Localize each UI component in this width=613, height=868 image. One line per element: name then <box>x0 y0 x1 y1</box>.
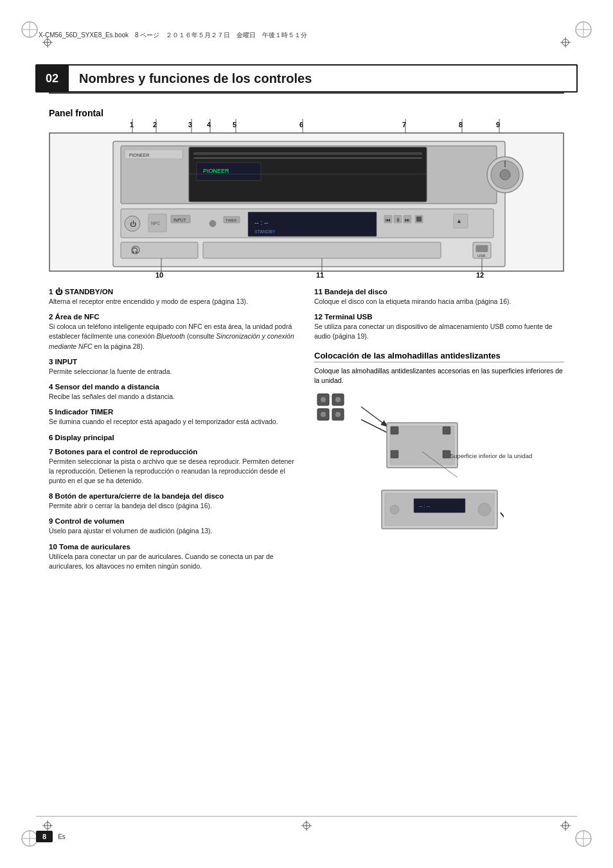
item-1-body: Alterna el receptor entre encendido y mo… <box>49 297 299 306</box>
item-7-title: 7 Botones para el control de reproducció… <box>49 448 299 456</box>
item-1-title: 1 ⏻ STANDBY/ON <box>49 288 299 296</box>
crosshair-br <box>560 820 571 831</box>
item-5-body: Se ilumina cuando el receptor está apaga… <box>49 417 299 427</box>
svg-point-82 <box>335 412 341 417</box>
surface-label: Superficie inferior de la unidad <box>450 452 532 460</box>
svg-text:-- : --: -- : -- <box>419 503 431 509</box>
rubber-pads-svg <box>314 391 350 426</box>
item-12: 12 Terminal USB Se utiliza para conectar… <box>314 313 564 341</box>
svg-text:STANDBY: STANDBY <box>254 229 276 234</box>
placement-front-svg: -- : -- <box>375 487 504 538</box>
item-3: 3 INPUT Permite seleccionar la fuente de… <box>49 358 299 376</box>
item-3-body: Permite seleccionar la fuente de entrada… <box>49 367 299 376</box>
item-2: 2 Área de NFC Si coloca un teléfono inte… <box>49 313 299 351</box>
item-9: 9 Control de volumen Úselo para ajustar … <box>49 517 299 536</box>
svg-text:🎧: 🎧 <box>131 247 139 254</box>
left-column: 1 ⏻ STANDBY/ON Alterna el receptor entre… <box>49 288 299 578</box>
corner-tl <box>19 19 40 40</box>
item-12-title: 12 Terminal USB <box>314 313 564 321</box>
svg-rect-87 <box>391 427 398 434</box>
svg-text:⏻: ⏻ <box>130 220 136 227</box>
item-10-title: 10 Toma de auriculares <box>49 543 299 551</box>
svg-rect-89 <box>391 450 398 458</box>
placement-device-front: -- : -- <box>314 487 564 538</box>
page-lang: Es <box>58 833 66 840</box>
footer-divider <box>36 816 577 817</box>
item-2-title: 2 Área de NFC <box>49 313 299 321</box>
page-footer: 8 Es <box>36 831 577 842</box>
item-8: 8 Botón de apertura/cierre de la bandeja… <box>49 492 299 511</box>
svg-text:⏸: ⏸ <box>395 217 400 223</box>
item-11-body: Coloque el disco con la etiqueta mirando… <box>314 297 564 306</box>
crosshair-bl <box>42 820 53 831</box>
callout-12: 12 <box>476 271 484 279</box>
placement-body: Coloque las almohadillas antideslizantes… <box>314 366 564 385</box>
section-title: Nombres y funciones de los controles <box>79 71 312 86</box>
item-8-title: 8 Botón de apertura/cierre de la bandeja… <box>49 492 299 500</box>
item-4-body: Recibe las señales del mando a distancia… <box>49 392 299 402</box>
svg-text:TIMER: TIMER <box>226 218 236 222</box>
svg-rect-34 <box>193 157 422 159</box>
item-9-body: Úselo para ajustar el volumen de audició… <box>49 526 299 536</box>
item-5-title: 5 Indicador TIMER <box>49 408 299 416</box>
svg-text:⏮: ⏮ <box>386 217 391 223</box>
top-bar: X-CM56_56D_SYXE8_Es.book 8 ページ ２０１６年５月２７… <box>39 31 574 40</box>
svg-line-84 <box>361 420 387 432</box>
callout-11: 11 <box>316 271 324 279</box>
svg-rect-62 <box>416 217 422 222</box>
header-divider <box>49 93 564 94</box>
svg-rect-70 <box>476 245 488 252</box>
item-4: 4 Sensor del mando a distancia Recibe la… <box>49 383 299 402</box>
item-10: 10 Toma de auriculares Utilícela para co… <box>49 543 299 571</box>
svg-text:PIONEER: PIONEER <box>203 168 229 174</box>
corner-tr <box>573 19 594 40</box>
item-8-body: Permite abrir o cerrar la bandeja del di… <box>49 501 299 511</box>
section-title-box: Nombres y funciones de los controles <box>69 64 578 93</box>
item-11-title: 11 Bandeja del disco <box>314 288 564 296</box>
item-7-body: Permiten seleccionar la pista o archivo … <box>49 457 299 486</box>
svg-point-49 <box>209 220 216 227</box>
item-5: 5 Indicador TIMER Se ilumina cuando el r… <box>49 408 299 427</box>
item-1: 1 ⏻ STANDBY/ON Alterna el receptor entre… <box>49 288 299 306</box>
svg-rect-68 <box>203 242 441 258</box>
callout-numbers-bottom: 10 11 12 <box>49 271 564 285</box>
item-9-title: 9 Control de volumen <box>49 517 299 525</box>
item-7: 7 Botones para el control de reproducció… <box>49 448 299 486</box>
svg-text:USB: USB <box>477 254 485 258</box>
crosshair-bm <box>301 820 312 831</box>
section-header: 02 Nombres y funciones de los controles <box>35 64 578 93</box>
content-area: 1 ⏻ STANDBY/ON Alterna el receptor entre… <box>49 288 564 578</box>
panel-frontal-label: Panel frontal <box>49 108 103 118</box>
svg-point-76 <box>321 397 326 402</box>
svg-rect-33 <box>193 152 422 155</box>
item-11: 11 Bandeja del disco Coloque el disco co… <box>314 288 564 306</box>
file-info: X-CM56_56D_SYXE8_Es.book 8 ページ ２０１６年５月２７… <box>39 31 307 40</box>
device-diagram: PIONEER PIONEER ⏻ NFC INPUT <box>49 119 564 273</box>
placement-section: Colocación de las almohadillas antidesli… <box>314 351 564 538</box>
svg-rect-88 <box>443 427 450 434</box>
item-3-title: 3 INPUT <box>49 358 299 366</box>
svg-text:PIONEER: PIONEER <box>129 153 150 157</box>
svg-point-40 <box>500 170 510 180</box>
svg-point-96 <box>390 505 399 514</box>
item-6-title: 6 Display principal <box>49 434 299 441</box>
right-column: 11 Bandeja del disco Coloque el disco co… <box>314 288 564 578</box>
section-number: 02 <box>35 64 69 93</box>
placement-device-svg <box>355 391 470 481</box>
page-number: 8 <box>36 831 53 842</box>
svg-text:▲: ▲ <box>456 218 462 224</box>
callout-10: 10 <box>155 271 163 279</box>
placement-title: Colocación de las almohadillas antidesli… <box>314 351 564 362</box>
item-10-body: Utilícela para conectar un par de auricu… <box>49 552 299 571</box>
svg-point-80 <box>321 412 326 417</box>
item-2-body: Si coloca un teléfono inteligente equipa… <box>49 322 299 351</box>
item-6: 6 Display principal <box>49 434 299 441</box>
item-12-body: Se utiliza para conectar un dispositivo … <box>314 322 564 341</box>
svg-point-78 <box>335 397 341 402</box>
svg-text:INPUT: INPUT <box>173 218 186 222</box>
svg-line-83 <box>361 407 387 426</box>
svg-point-97 <box>478 503 491 516</box>
placement-diagram: Superficie inferior de la unidad <box>314 391 564 481</box>
item-4-title: 4 Sensor del mando a distancia <box>49 383 299 391</box>
svg-text:NFC: NFC <box>151 221 160 226</box>
